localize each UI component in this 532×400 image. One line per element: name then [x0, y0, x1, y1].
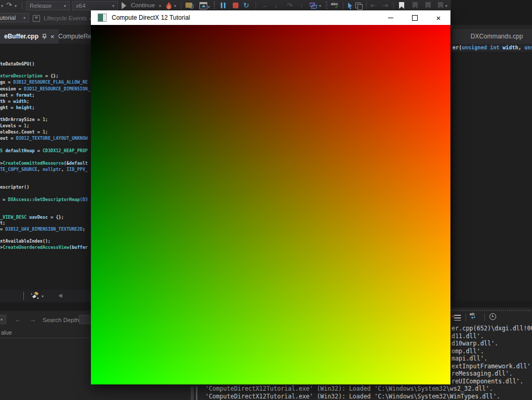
code-line: gs = D3D12_RESOURCE_FLAG_ALLOW_RE	[0, 79, 88, 85]
code-line: t;	[0, 220, 5, 225]
code-line: S defaultHeap = CD3DX12_HEAP_PROP	[0, 148, 88, 153]
output-log-line: d10warp.dll'.	[451, 340, 498, 347]
scroll-left-icon[interactable]: ◀	[58, 292, 62, 298]
magnifier-icon	[189, 4, 194, 9]
code-line: teDataOnGPU()	[0, 61, 35, 66]
diagnostics-icon[interactable]	[310, 2, 317, 9]
restart-icon[interactable]: ↻	[243, 1, 249, 9]
step-over-icon[interactable]: ↷	[287, 2, 292, 9]
redo-icon[interactable]: ↷	[6, 2, 12, 8]
copy-icon	[357, 4, 363, 10]
right-code-row: er(unsigned int width, unsigne	[451, 44, 532, 52]
indent-decrease-icon[interactable]: ⇤	[370, 2, 376, 9]
tab-label: eBuffer.cpp	[4, 33, 38, 40]
chevron-down-icon[interactable]: ▾	[319, 4, 321, 8]
code-line: escriptor()	[0, 184, 29, 190]
code-line: out = D3D12_TEXTURE_LAYOUT_UNKNOW	[0, 136, 88, 141]
output-log-line: reMessaging.dll'.	[451, 370, 513, 377]
continue-play-icon[interactable]	[122, 2, 126, 9]
clear-all-icon[interactable]	[454, 315, 461, 321]
code-line: = D3D12_UAV_DIMENSION_TEXTURE2D;	[0, 226, 85, 232]
back-arrow-icon[interactable]: ←	[15, 316, 21, 324]
continue-button[interactable]: Continue	[131, 2, 155, 8]
code-line: Levels = 1;	[0, 123, 29, 128]
show-next-statement-icon[interactable]: →	[261, 2, 268, 9]
code-line: xtAvailableIndex();	[0, 238, 50, 244]
lifecycle-events-dropdown[interactable]: Lifecycle Events	[44, 15, 87, 21]
break-all-pause-icon[interactable]	[224, 3, 225, 8]
watch-combo[interactable]: ▾	[0, 315, 6, 324]
output-log-line: extInputFramework.dll'.	[451, 363, 532, 370]
editor-group-right: DXCommands.cpp er(unsigned int width, un…	[451, 0, 532, 308]
stop-debugging-icon[interactable]	[233, 3, 238, 8]
vs-toolbar-main: ▾ ↷ ▾ Release▾ x64▾ Continue ▾ ▾ ▾ ↻ →	[0, 0, 451, 11]
code-line: = DXAccess::GetDescriptorHeap(D3	[0, 197, 88, 202]
startup-project-combo[interactable]: utorial▾	[0, 13, 29, 22]
bookmark-toggle-icon[interactable]	[399, 2, 404, 9]
pin-icon[interactable]	[42, 34, 47, 39]
chevron-down-icon: ▾	[112, 4, 114, 8]
bookmark-next-icon[interactable]	[425, 2, 431, 9]
format-brush-icon[interactable]	[30, 292, 39, 300]
step-out-icon[interactable]: ↑	[300, 2, 303, 9]
editor-canvas-right[interactable]	[451, 52, 532, 301]
release-combo[interactable]: Release▾	[26, 1, 70, 10]
code-line: TE_COPY_SOURCE, nullptr, IID_PPV_	[0, 167, 88, 172]
code-line: th = width;	[0, 99, 29, 104]
indent-increase-icon[interactable]: ⇥	[382, 2, 388, 9]
code-line: >CreateUnorderedAccessView(buffer	[0, 245, 88, 250]
chevron-down-icon[interactable]: ▾	[445, 4, 447, 8]
tab-dxcommands-cpp[interactable]: DXCommands.cpp	[453, 29, 532, 44]
forward-arrow-icon[interactable]: →	[29, 316, 36, 324]
tab-label: DXCommands.cpp	[471, 33, 523, 40]
bookmark-clear-icon[interactable]	[438, 2, 443, 9]
check-icon: ✓	[335, 4, 339, 10]
editor-bottom-strip: ▾ ◀	[0, 290, 91, 302]
hot-reload-flame-icon[interactable]	[165, 2, 172, 10]
code-line: ension = D3D12_RESOURCE_DIMENSION_	[0, 86, 90, 91]
code-line: thOrArraySize = 1;	[0, 117, 48, 122]
timestamp-clock-icon[interactable]	[489, 313, 496, 320]
tutorial-app-window[interactable]: Compute DirectX 12 Tutorial ×	[91, 10, 450, 384]
minimize-button[interactable]	[379, 10, 403, 25]
chevron-down-icon[interactable]: ▾	[15, 4, 17, 8]
lifecycle-events-icon	[33, 15, 40, 22]
output-log-line: 'ComputeDirectX12Tutorial.exe' (Win32): …	[205, 393, 500, 400]
chevron-down-icon: ▾	[1, 317, 3, 322]
scrollbar[interactable]	[191, 386, 194, 400]
clear-x-icon: ×	[451, 314, 454, 319]
cursor-pointer-icon[interactable]	[347, 2, 353, 10]
window-titlebar[interactable]: Compute DirectX 12 Tutorial ×	[91, 10, 450, 25]
bookmark-previous-icon[interactable]	[413, 2, 418, 9]
output-log-line: omp.dll'.	[451, 348, 484, 355]
chevron-down-icon: ▾	[23, 16, 25, 20]
chevron-down-icon[interactable]: ▾	[159, 4, 161, 8]
platform-combo[interactable]: x64▾	[72, 1, 118, 10]
window-title: Compute DirectX 12 Tutorial	[112, 14, 190, 21]
app-icon	[98, 14, 107, 22]
home-icon	[202, 5, 206, 7]
output-log-line: reUIComponents.dll'.	[451, 378, 523, 385]
output-log-line: mapi.dll'.	[451, 355, 487, 362]
output-log-line: er.cpp(652)\dxgi.dll!00	[451, 325, 532, 332]
code-line: oleDesc.Count = 1;	[0, 129, 48, 135]
step-into-icon[interactable]: ↓	[274, 2, 278, 9]
chevron-down-icon[interactable]: ▾	[42, 294, 44, 299]
breakpoint-window-icon[interactable]	[200, 2, 207, 9]
code-line: ght = height;	[0, 105, 35, 110]
maximize-button[interactable]	[403, 10, 427, 25]
chevron-down-icon[interactable]: ▾	[174, 4, 176, 8]
editor-canvas-left[interactable]: teDataOnGPU()xtureDescription = {};gs = …	[0, 44, 91, 290]
search-depth-label: Search Depth:	[43, 317, 81, 323]
wrap-return-icon: ↵	[471, 314, 476, 321]
chevron-down-icon: ▾	[64, 4, 66, 8]
value-column-header[interactable]: alue	[1, 329, 12, 336]
code-line[interactable]: er(unsigned int width, unsigne	[453, 45, 532, 50]
chevron-down-icon[interactable]: ▾	[1, 4, 3, 8]
chevron-down-icon[interactable]: ▾	[208, 5, 210, 9]
break-all-pause-icon[interactable]	[221, 3, 222, 8]
drag-grip[interactable]	[447, 310, 532, 311]
tab-ebuffer-cpp[interactable]: eBuffer.cpp ×	[0, 29, 59, 44]
gradient-render-viewport[interactable]	[91, 25, 450, 384]
close-button[interactable]: ×	[427, 10, 450, 25]
